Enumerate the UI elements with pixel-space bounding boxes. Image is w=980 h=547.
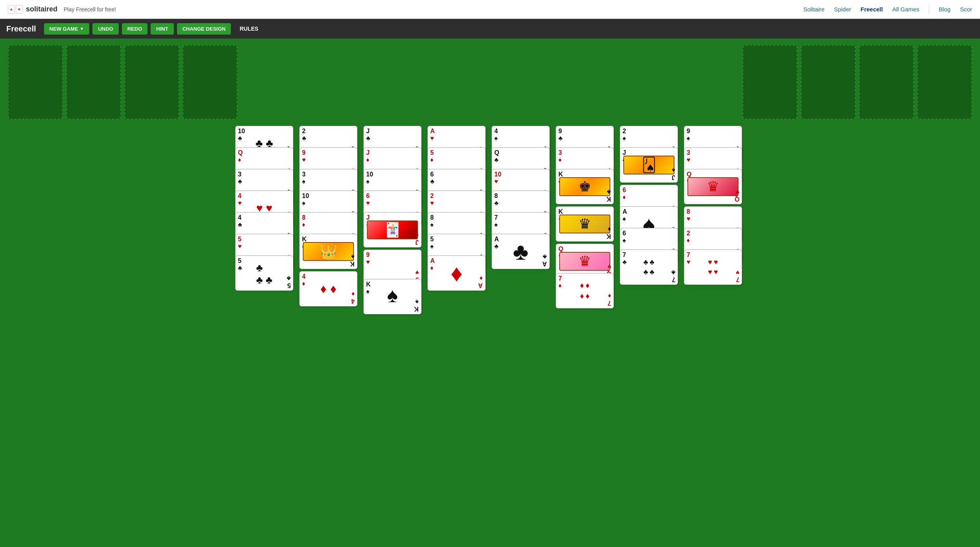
card-ks[interactable]: K♠ ♠ K♠: [363, 279, 422, 314]
game-area: 10♣ ♣ ♣ 10♣ Q♦ Q♦ 3♣ 3♣ 4♥ ♥ ♥ 4♥: [0, 39, 980, 547]
foundation-slot-2[interactable]: [801, 45, 856, 119]
nav-score[interactable]: Scor: [960, 6, 972, 13]
freecell-slot-4[interactable]: [182, 45, 238, 119]
card-qface2[interactable]: Q♥ ♛ Q♥: [684, 169, 742, 204]
jack2-face-icon: 🂫: [623, 156, 674, 174]
card-kface2[interactable]: K♣ ♚ K♣: [556, 169, 614, 204]
change-design-button[interactable]: CHANGE DESIGN: [177, 23, 231, 35]
foundation-slots: [742, 45, 972, 119]
new-game-button[interactable]: NEW GAME ▼: [44, 23, 90, 35]
freecell-slot-2[interactable]: [66, 45, 121, 119]
card-7d[interactable]: 7♦ ♦♦♦♦ 7♦: [556, 273, 614, 308]
card-kface[interactable]: K♠ 👑 K♠: [299, 234, 357, 269]
card-7c[interactable]: 7♣ ♣♣♣♣ 7♣: [620, 250, 678, 285]
column-2: 2♣ 2♣ 9♥ 9♥ 3♠ 3♠ 10♠ 10♠ 8♦ 8♦: [299, 126, 360, 346]
foundation-slot-4[interactable]: [917, 45, 972, 119]
queen-face-icon: ♛: [559, 252, 610, 271]
columns: 10♣ ♣ ♣ 10♣ Q♦ Q♦ 3♣ 3♣ 4♥ ♥ ♥ 4♥: [8, 126, 972, 346]
nav-solitaire[interactable]: Solitaire: [803, 6, 825, 13]
king3-face-icon: ♛: [559, 215, 610, 233]
card-jface[interactable]: J♦ 🃏 J♦: [363, 212, 422, 248]
card-jface2[interactable]: J♠ 🂫 J♠: [620, 147, 678, 183]
header: ♠ ♥ solitaired Play Freecell for free! S…: [0, 0, 980, 19]
logo-card-left: ♠: [8, 5, 15, 14]
logo[interactable]: ♠ ♥ solitaired: [8, 5, 57, 14]
nav-freecell[interactable]: Freecell: [860, 6, 883, 13]
foundation-slot-1[interactable]: [742, 45, 798, 119]
card-5c[interactable]: 5♣ ♣♣ ♣ 5♣: [235, 255, 293, 291]
column-8: 9♠ 9♠ 3♥ 3♥ Q♥ ♛ Q♥ 8♥ 8♥ 2♦: [684, 126, 745, 346]
undo-button[interactable]: UNDO: [92, 23, 118, 35]
column-6: 9♣ 9♣ 3♦ 3♦ K♣ ♚ K♣ K♦ ♛ K♦: [556, 126, 617, 346]
rules-button[interactable]: RULES: [234, 23, 263, 35]
nav-divider: [929, 6, 929, 13]
game-title: Freecell: [6, 24, 36, 33]
toolbar: Freecell NEW GAME ▼ UNDO REDO HINT CHANG…: [0, 19, 980, 39]
king-face-icon: 👑: [303, 242, 354, 261]
header-tagline: Play Freecell for free!: [64, 6, 116, 13]
logo-card-right: ♥: [16, 5, 23, 14]
hint-button[interactable]: HINT: [151, 23, 173, 35]
logo-text: solitaired: [26, 5, 57, 13]
nav-spider[interactable]: Spider: [834, 6, 851, 13]
top-slots-row: [8, 45, 972, 119]
king2-face-icon: ♚: [559, 177, 610, 196]
column-1: 10♣ ♣ ♣ 10♣ Q♦ Q♦ 3♣ 3♣ 4♥ ♥ ♥ 4♥: [235, 126, 296, 346]
card-4d[interactable]: 4♦ ♦ ♦ 4♦: [299, 271, 357, 307]
freecell-slot-1[interactable]: [8, 45, 63, 119]
column-7: 2♠ 2♠ J♠ 🂫 J♠ 6♦ 6♦ A♠ ♠ A♠: [620, 126, 681, 346]
jack-face-icon: 🃏: [367, 220, 418, 239]
card-ac[interactable]: A♣ ♣ A♣: [492, 234, 550, 269]
nav-all-games[interactable]: All Games: [892, 6, 919, 13]
freecell-slot-3[interactable]: [124, 45, 179, 119]
column-4: A♥ A♥ 5♦ 5♦ 6♣ 6♣ 2♥ 2♥ 8♠ 8♠: [427, 126, 488, 346]
dropdown-arrow-icon: ▼: [80, 26, 84, 31]
card-7h[interactable]: 7♥ ♥♥♥♥ 7♥: [684, 250, 742, 285]
nav-links: Solitaire Spider Freecell All Games Blog…: [803, 6, 972, 13]
queen2-face-icon: ♛: [687, 177, 739, 196]
redo-button[interactable]: REDO: [122, 23, 148, 35]
freecell-slots: [8, 45, 238, 119]
column-5: 4♠ 4♠ Q♣ Q♣ 10♥ 10♥ 8♣ 8♣ 7♠ 7♠: [492, 126, 553, 346]
column-3: J♣ J♣ J♦ J♦ 10♠ 10♠ 6♥ 6♥ J♦ 🃏: [363, 126, 424, 346]
logo-icon: ♠ ♥: [8, 5, 23, 14]
card-kface3[interactable]: K♦ ♛ K♦: [556, 206, 614, 242]
card-ad[interactable]: A♦ ♦ A♦: [427, 255, 486, 291]
nav-blog[interactable]: Blog: [939, 6, 951, 13]
foundation-slot-3[interactable]: [859, 45, 914, 119]
